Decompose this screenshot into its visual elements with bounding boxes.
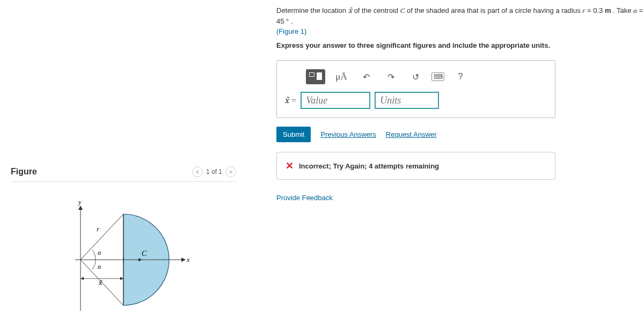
feedback-text: Incorrect; Try Again; 4 attempts remaini… — [299, 162, 439, 170]
svg-text:y: y — [78, 199, 82, 206]
svg-text:α: α — [98, 263, 101, 270]
svg-marker-4 — [181, 258, 186, 262]
svg-marker-13 — [120, 277, 123, 280]
svg-text:x: x — [186, 256, 190, 263]
svg-text:α: α — [98, 249, 101, 257]
keyboard-icon[interactable]: ⌨ — [431, 72, 444, 81]
pager-prev-button[interactable]: < — [192, 166, 203, 177]
variable-label: x̄ = — [284, 96, 296, 105]
svg-marker-12 — [80, 277, 84, 280]
figure-title: Figure — [11, 167, 37, 177]
pager-next-button[interactable]: > — [225, 166, 236, 177]
answer-input-row: x̄ = — [284, 92, 547, 109]
answer-box: μÅ ↶ ↷ ↺ ⌨ ? x̄ = — [276, 60, 555, 118]
answer-toolbar: μÅ ↶ ↷ ↺ ⌨ ? — [284, 69, 547, 84]
reset-icon[interactable]: ↺ — [407, 70, 424, 84]
submit-row: Submit Previous Answers Request Answer — [276, 127, 644, 142]
request-answer-link[interactable]: Request Answer — [386, 130, 437, 138]
units-input[interactable] — [375, 92, 439, 109]
value-input[interactable] — [301, 92, 370, 109]
undo-icon[interactable]: ↶ — [357, 70, 375, 84]
figure-pager: < 1 of 1 > — [192, 166, 236, 177]
submit-button[interactable]: Submit — [276, 127, 311, 142]
template-button[interactable] — [306, 69, 325, 84]
svg-point-9 — [138, 259, 141, 261]
pager-status: 1 of 1 — [206, 168, 222, 175]
problem-statement: Determine the location x̄ of the centroi… — [276, 5, 644, 37]
figure-link[interactable]: (Figure 1) — [276, 27, 306, 35]
svg-text:r: r — [97, 225, 100, 233]
help-icon[interactable]: ? — [452, 70, 469, 84]
svg-marker-1 — [78, 206, 83, 210]
svg-text:C: C — [142, 250, 147, 258]
figure-panel: Figure < 1 of 1 > y x — [0, 0, 247, 315]
answer-instruction: Express your answer to three significant… — [276, 40, 644, 51]
incorrect-icon: ✕ — [286, 160, 294, 172]
figure-diagram: y x r α α C x̄ — [64, 198, 236, 315]
units-button[interactable]: μÅ — [333, 70, 350, 84]
redo-icon[interactable]: ↷ — [382, 70, 399, 84]
feedback-box: ✕ Incorrect; Try Again; 4 attempts remai… — [276, 152, 555, 180]
previous-answers-link[interactable]: Previous Answers — [320, 130, 376, 138]
provide-feedback-link[interactable]: Provide Feedback — [276, 194, 644, 202]
question-panel: Determine the location x̄ of the centroi… — [247, 0, 644, 315]
